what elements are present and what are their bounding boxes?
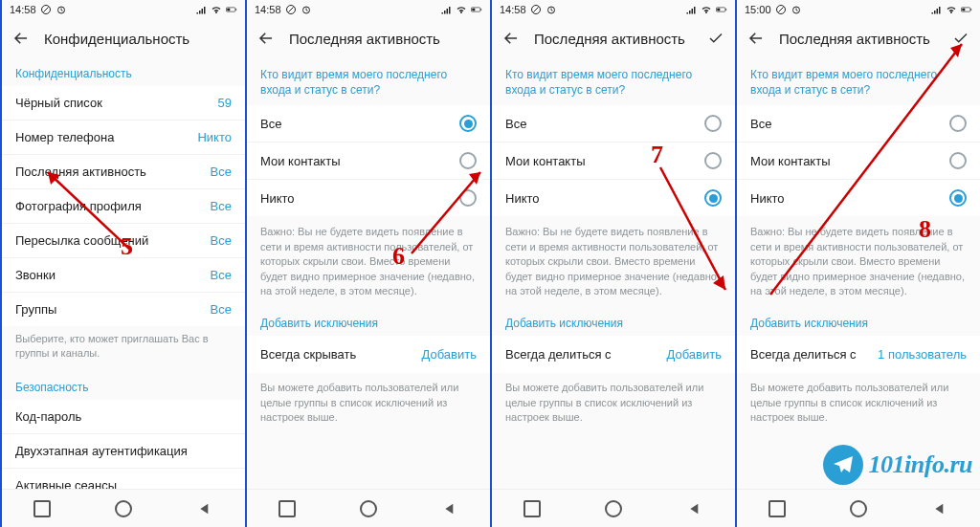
dnd-icon [40, 4, 52, 15]
exceptions-note: Вы можете добавить пользователей или цел… [737, 373, 980, 432]
radio-icon [949, 115, 967, 132]
nav-home[interactable] [844, 494, 873, 523]
dnd-icon [285, 4, 297, 15]
exceptions-header: Добавить исключения [247, 307, 490, 336]
page-title: Последняя активность [534, 31, 693, 47]
section-security: Безопасность [2, 371, 245, 400]
row-groups[interactable]: ГруппыВсе [2, 292, 245, 326]
save-button[interactable] [951, 29, 970, 48]
nav-recents[interactable] [518, 494, 546, 523]
add-link[interactable]: Добавить [667, 347, 722, 362]
radio-icon [704, 189, 722, 207]
radio-icon [704, 152, 722, 169]
battery-icon [716, 4, 727, 15]
content: Конфиденциальность Чёрный список59 Номер… [2, 57, 245, 489]
opt-all[interactable]: Все [247, 105, 490, 142]
nav-back[interactable] [925, 494, 954, 523]
row-always-hide[interactable]: Всегда скрыватьДобавить [247, 336, 490, 373]
row-passcode[interactable]: Код-пароль [2, 400, 245, 433]
nav-recents[interactable] [28, 494, 56, 523]
user-count[interactable]: 1 пользователь [878, 347, 967, 362]
row-2fa[interactable]: Двухэтапная аутентификация [2, 433, 245, 468]
header: Последняя активность [247, 19, 490, 57]
alarm-icon [546, 4, 557, 15]
svg-line-1 [43, 8, 48, 12]
page-title: Последняя активность [779, 31, 938, 47]
back-button[interactable] [256, 29, 276, 48]
nav-back[interactable] [435, 494, 464, 523]
add-link[interactable]: Добавить [422, 347, 477, 362]
phone-1-privacy: 14:58 Конфиденциальность Конфиденциально… [0, 0, 245, 527]
statusbar: 14:58 [2, 0, 245, 19]
row-photo[interactable]: Фотография профиляВсе [2, 188, 245, 223]
row-phone[interactable]: Номер телефонаНикто [2, 120, 245, 154]
svg-rect-11 [472, 9, 475, 11]
svg-line-19 [778, 8, 783, 12]
svg-rect-10 [480, 9, 481, 11]
signal-icon [685, 4, 697, 15]
signal-icon [195, 4, 207, 15]
nav-home[interactable] [599, 494, 628, 523]
opt-nobody[interactable]: Никто [247, 179, 490, 216]
status-time: 14:58 [10, 4, 36, 15]
opt-nobody[interactable]: Никто [737, 179, 980, 216]
page-title: Конфиденциальность [44, 31, 235, 47]
statusbar: 14:58 [247, 0, 490, 19]
wifi-icon [456, 4, 467, 15]
row-blacklist[interactable]: Чёрный список59 [2, 86, 245, 120]
back-button[interactable] [11, 29, 31, 48]
status-time: 14:58 [255, 4, 281, 15]
row-sessions[interactable]: Активные сеансы [2, 468, 245, 489]
caveat: Важно: Вы не будете видеть появление в с… [737, 216, 980, 307]
svg-rect-22 [970, 9, 971, 11]
row-always-share[interactable]: Всегда делиться сДобавить [492, 336, 735, 373]
opt-contacts[interactable]: Мои контакты [247, 142, 490, 179]
battery-icon [226, 4, 237, 15]
hint-groups: Выберите, кто может приглашать Вас в гру… [2, 326, 245, 371]
nav-back[interactable] [680, 494, 709, 523]
exceptions-header: Добавить исключения [492, 307, 735, 336]
svg-line-13 [533, 8, 538, 12]
navbar [2, 489, 245, 527]
nav-recents[interactable] [763, 494, 791, 523]
page-title: Последняя активность [289, 31, 480, 47]
svg-rect-23 [962, 9, 965, 11]
nav-home[interactable] [354, 494, 383, 523]
wifi-icon [701, 4, 712, 15]
opt-nobody[interactable]: Никто [492, 179, 735, 216]
nav-recents[interactable] [273, 494, 301, 523]
row-lastseen[interactable]: Последняя активностьВсе [2, 154, 245, 188]
row-calls[interactable]: ЗвонкиВсе [2, 257, 245, 292]
opt-all[interactable]: Все [492, 105, 735, 142]
phone-2-activity: 14:58 Последняя активность Кто видит вре… [245, 0, 490, 527]
battery-icon [471, 4, 482, 15]
alarm-icon [791, 4, 802, 15]
alarm-icon [56, 4, 67, 15]
phone-4-activity: 15:00 Последняя активность Кто видит вре… [735, 0, 980, 527]
signal-icon [440, 4, 452, 15]
svg-rect-5 [227, 9, 230, 11]
caveat: Важно: Вы не будете видеть появление в с… [492, 216, 735, 307]
battery-icon [961, 4, 972, 15]
nav-back[interactable] [190, 494, 219, 523]
radio-icon [949, 152, 967, 169]
back-button[interactable] [501, 29, 521, 48]
radio-icon [459, 189, 477, 207]
row-forward[interactable]: Пересылка сообщенийВсе [2, 223, 245, 257]
back-button[interactable] [746, 29, 766, 48]
caveat: Важно: Вы не будете видеть появление в с… [247, 216, 490, 307]
save-button[interactable] [706, 29, 725, 48]
svg-rect-4 [235, 9, 236, 11]
radio-icon [459, 115, 477, 132]
row-always-share[interactable]: Всегда делиться с1 пользователь [737, 336, 980, 373]
question: Кто видит время моего последнего входа и… [247, 57, 490, 105]
status-time: 14:58 [500, 4, 526, 15]
exceptions-note: Вы можете добавить пользователей или цел… [247, 373, 490, 432]
opt-contacts[interactable]: Мои контакты [737, 142, 980, 179]
question: Кто видит время моего последнего входа и… [737, 57, 980, 105]
opt-contacts[interactable]: Мои контакты [492, 142, 735, 179]
status-time: 15:00 [745, 4, 771, 15]
nav-home[interactable] [109, 494, 138, 523]
svg-line-7 [288, 8, 293, 12]
opt-all[interactable]: Все [737, 105, 980, 142]
